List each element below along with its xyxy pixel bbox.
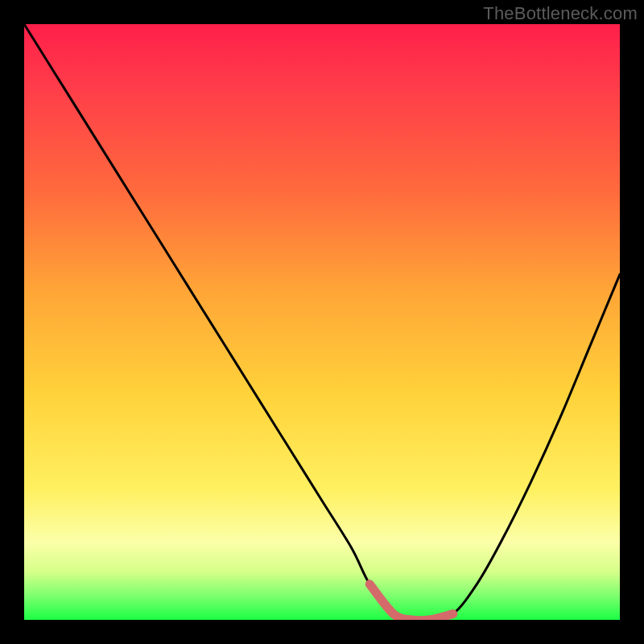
- chart-frame: TheBottleneck.com: [0, 0, 644, 644]
- chart-svg: [24, 24, 620, 620]
- bottleneck-curve: [24, 24, 620, 620]
- watermark-text: TheBottleneck.com: [483, 3, 638, 24]
- chart-plot-area: [24, 24, 620, 620]
- optimal-range-segment: [369, 584, 453, 620]
